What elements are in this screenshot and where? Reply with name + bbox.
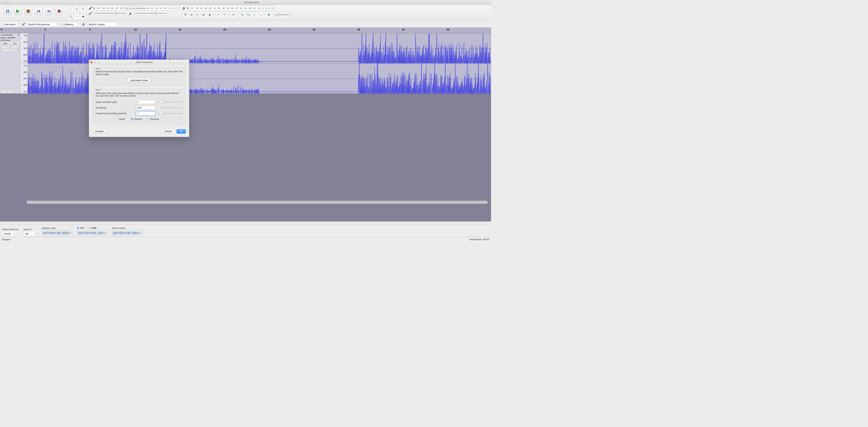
play-at-speed-button[interactable] [267, 12, 272, 17]
step2-label: Step 2 [95, 89, 102, 91]
output-device-combo[interactable]: Built-in Output [87, 22, 119, 26]
noise-mode-row: Noise: Reduce Residue [95, 118, 182, 120]
frequency-smoothing-input[interactable] [136, 111, 155, 115]
status-right: Actual Rate: 44100 [470, 238, 490, 240]
step2-section: Step 2 Select all of the audio you want … [92, 89, 186, 124]
skip-start-button[interactable] [35, 7, 42, 15]
selection-tool-button[interactable]: I [68, 6, 73, 11]
snap-to-label: Snap To: [23, 228, 37, 230]
undo-button[interactable]: ↶ [216, 12, 221, 17]
meter-lr-labels-play: LR [187, 7, 189, 10]
draw-tool-button[interactable]: ✎ [81, 6, 86, 11]
timeshift-tool-button[interactable]: ↔ [74, 14, 80, 19]
dialog-close-icon[interactable] [90, 61, 93, 63]
noise-reduction-input[interactable] [136, 100, 155, 104]
length-radio[interactable]: Length [87, 227, 97, 230]
cancel-button[interactable]: Cancel [161, 129, 175, 134]
snap-to-combo[interactable]: Off [23, 231, 37, 236]
step2-text: Select all of the audio you want filtere… [95, 92, 182, 97]
window-title: recorded-show [13, 1, 489, 3]
transport-group [2, 6, 66, 17]
track-collapse-button[interactable]: ▲ [1, 90, 13, 93]
pause-button[interactable] [4, 7, 11, 15]
sync-lock-button[interactable]: ⏱ [231, 12, 236, 17]
preview-button[interactable]: Preview [92, 129, 106, 134]
zoom-in-button[interactable]: 🔍 [240, 12, 245, 17]
output-device-label: Built-in Output [89, 23, 104, 26]
close-window-icon[interactable] [2, 1, 4, 3]
recording-meter[interactable]: Click to Start Monitoring -57-54-51-48-4… [96, 6, 180, 11]
dialog-footer: Preview Cancel OK [89, 129, 189, 137]
input-channels-combo[interactable]: 2 (Stereo)... [61, 22, 80, 26]
residue-radio[interactable]: Residue [147, 118, 159, 120]
play-speed-slider[interactable] [273, 13, 290, 17]
noise-reduction-slider[interactable] [157, 102, 182, 102]
edit-tools-group: I ≏ ✎ [67, 6, 86, 12]
rec-level-slider[interactable] [94, 11, 127, 15]
track-menu-chevron-icon[interactable]: ▼ [18, 34, 20, 36]
mic-icon[interactable]: 🎤 [89, 6, 92, 10]
snap-to-col: Snap To: Off [23, 228, 37, 236]
track-close-button[interactable]: × [1, 34, 2, 36]
sensitivity-input[interactable] [136, 106, 155, 110]
horizontal-scrollbar[interactable] [27, 201, 488, 204]
end-radio[interactable]: End [76, 227, 84, 230]
noise-reduction-dialog: Noise Reduction Step 1 Select a few seco… [89, 60, 189, 137]
frequency-smoothing-row: Frequency smoothing (bands): [95, 111, 182, 115]
play-level-slider[interactable] [133, 11, 167, 15]
window-traffic-lights [2, 1, 11, 3]
zoom-out-button[interactable]: 🔍 [246, 12, 251, 17]
gain-slider[interactable]: -+ [1, 46, 20, 48]
speaker-icon[interactable]: 🔊 [182, 6, 186, 10]
trim-button[interactable]: ⊟ [201, 12, 206, 17]
track-control-panel: × recorded-sh ▼ Stereo, 44100Hz 32-bit f… [0, 33, 21, 94]
dialog-titlebar[interactable]: Noise Reduction [89, 60, 189, 65]
cut-button[interactable]: ✂️ [183, 12, 188, 17]
selection-start-field[interactable]: 00h 00m 00.000s▾ [42, 230, 72, 236]
get-noise-profile-button[interactable]: Get Noise Profile [127, 78, 151, 82]
record-button[interactable] [55, 7, 63, 15]
silence-button[interactable]: ⊠ [207, 12, 212, 17]
meter-lr-labels: LR [94, 7, 95, 10]
clipboard-group: ✂️ ⧉ 📋 ⊟ ⊠ [182, 11, 213, 18]
input-device-combo[interactable]: Built-in Microphone [27, 22, 59, 26]
play-button[interactable] [14, 7, 22, 15]
paste-button[interactable]: 📋 [195, 12, 200, 17]
skip-end-button[interactable] [45, 7, 53, 15]
timeline-ruler[interactable]: -505101520253035404550 [0, 28, 491, 33]
multi-tool-button[interactable]: ✱ [81, 14, 86, 19]
solo-button[interactable]: Solo [10, 42, 20, 45]
frequency-smoothing-slider[interactable] [157, 113, 182, 114]
reduce-radio[interactable]: Reduce [131, 118, 142, 120]
copy-button[interactable]: ⧉ [189, 12, 194, 17]
vertical-scale[interactable]: 1.00.50.0-0.5-1.0 1.00.50.0-0.5-1.0 [21, 33, 28, 94]
status-bar: Stopped. Actual Rate: 44100 [0, 237, 491, 242]
zoom-window-icon[interactable] [9, 1, 11, 3]
minimize-window-icon[interactable] [5, 1, 7, 3]
pan-slider[interactable]: LR [1, 49, 20, 52]
audio-host-combo[interactable]: Core Audio [2, 22, 20, 26]
sensitivity-slider[interactable] [157, 107, 182, 108]
fit-selection-button[interactable]: ⤢ [252, 12, 257, 17]
project-rate-combo[interactable]: 44100 [2, 231, 16, 236]
audio-position-field[interactable]: 00h 00m 00.000s▾ [112, 230, 143, 236]
dialog-title: Noise Reduction [101, 61, 188, 63]
skip-start-icon [37, 10, 40, 13]
selection-end-field[interactable]: 00h 00m 49.226s▾ [76, 230, 107, 236]
step1-label: Step 1 [95, 67, 102, 69]
selection-end-col: End Length 00h 00m 49.226s▾ [76, 227, 107, 236]
skip-end-icon [48, 10, 50, 13]
ok-button[interactable]: OK [177, 129, 186, 134]
fit-project-button[interactable]: ⤡ [258, 12, 263, 17]
stop-button[interactable] [25, 7, 32, 15]
sensitivity-label: Sensitivity: [95, 106, 134, 109]
mute-button[interactable]: Mute [1, 42, 10, 45]
playback-meter[interactable]: -57-54-51-48-45-42-39-36-33-30-27-24-21-… [190, 6, 274, 11]
radio-unchecked-icon [147, 118, 150, 120]
redo-button[interactable]: ↷ [222, 12, 227, 17]
track-name[interactable]: recorded-sh [2, 34, 17, 36]
zoom-tool-button[interactable]: 🔍 [68, 14, 73, 19]
project-rate-col: Project Rate (Hz): 44100 [2, 228, 19, 236]
step1-text: Select a few seconds of just noise so Au… [95, 70, 182, 76]
envelope-tool-button[interactable]: ≏ [74, 6, 80, 11]
